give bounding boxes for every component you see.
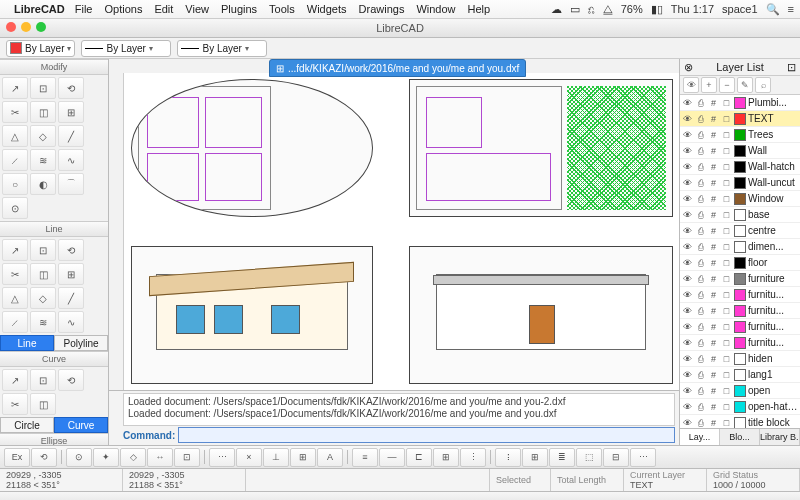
- print-icon[interactable]: ⎙: [695, 193, 706, 204]
- eye-icon[interactable]: 👁: [682, 257, 693, 268]
- eye-icon[interactable]: 👁: [682, 209, 693, 220]
- hash-icon[interactable]: #: [708, 353, 719, 364]
- tab-curve[interactable]: Curve: [54, 417, 108, 433]
- menu-widgets[interactable]: Widgets: [307, 3, 347, 15]
- layer-edit-icon[interactable]: ✎: [737, 77, 753, 93]
- print-icon[interactable]: ⎙: [695, 97, 706, 108]
- layer-row[interactable]: 👁⎙#□furnitu...: [680, 287, 800, 303]
- print-icon[interactable]: ⎙: [695, 289, 706, 300]
- print-icon[interactable]: ⎙: [695, 305, 706, 316]
- lock-icon[interactable]: □: [721, 145, 732, 156]
- print-icon[interactable]: ⎙: [695, 321, 706, 332]
- print-icon[interactable]: ⎙: [695, 241, 706, 252]
- hash-icon[interactable]: #: [708, 305, 719, 316]
- tool-button[interactable]: ╱: [58, 287, 84, 309]
- tab-blocks[interactable]: Blo...: [720, 429, 760, 445]
- tab-polyline[interactable]: Polyline: [54, 335, 108, 351]
- tool-button[interactable]: ╱: [58, 125, 84, 147]
- hash-icon[interactable]: #: [708, 257, 719, 268]
- snap-button[interactable]: ◇: [120, 448, 146, 467]
- layer-row[interactable]: 👁⎙#□centre: [680, 223, 800, 239]
- tool-button[interactable]: ≋: [30, 311, 56, 333]
- lock-icon[interactable]: □: [721, 257, 732, 268]
- tool-button[interactable]: △: [2, 125, 28, 147]
- eye-icon[interactable]: 👁: [682, 225, 693, 236]
- tool-button[interactable]: ⟲: [58, 369, 84, 391]
- layer-row[interactable]: 👁⎙#□Trees: [680, 127, 800, 143]
- panel-float-icon[interactable]: ⊡: [787, 61, 796, 74]
- hash-icon[interactable]: #: [708, 273, 719, 284]
- lock-icon[interactable]: □: [721, 161, 732, 172]
- layer-row[interactable]: 👁⎙#□Wall: [680, 143, 800, 159]
- tool-button[interactable]: ✂: [2, 101, 28, 123]
- lock-icon[interactable]: □: [721, 321, 732, 332]
- hash-icon[interactable]: #: [708, 289, 719, 300]
- tool-button[interactable]: ◫: [30, 393, 56, 415]
- tool-button[interactable]: ⊙: [2, 197, 28, 219]
- hash-icon[interactable]: #: [708, 161, 719, 172]
- lock-icon[interactable]: □: [721, 273, 732, 284]
- snap-button[interactable]: ⊙: [66, 448, 92, 467]
- lock-icon[interactable]: □: [721, 97, 732, 108]
- menu-drawings[interactable]: Drawings: [359, 3, 405, 15]
- menu-tools[interactable]: Tools: [269, 3, 295, 15]
- tool-button[interactable]: ✂: [2, 263, 28, 285]
- hash-icon[interactable]: #: [708, 337, 719, 348]
- hash-icon[interactable]: #: [708, 241, 719, 252]
- print-icon[interactable]: ⎙: [695, 385, 706, 396]
- zoom-button[interactable]: [36, 22, 46, 32]
- lock-icon[interactable]: □: [721, 177, 732, 188]
- eye-icon[interactable]: 👁: [682, 369, 693, 380]
- layer-remove-icon[interactable]: −: [719, 77, 735, 93]
- tool-button[interactable]: ⌒: [58, 173, 84, 195]
- eye-icon[interactable]: 👁: [682, 321, 693, 332]
- eye-icon[interactable]: 👁: [682, 193, 693, 204]
- snap-button[interactable]: ⊞: [290, 448, 316, 467]
- layer-row[interactable]: 👁⎙#□lang1: [680, 367, 800, 383]
- print-icon[interactable]: ⎙: [695, 337, 706, 348]
- color-selector[interactable]: By Layer▾: [6, 40, 75, 57]
- menu-view[interactable]: View: [185, 3, 209, 15]
- print-icon[interactable]: ⎙: [695, 225, 706, 236]
- snap-button[interactable]: ✦: [93, 448, 119, 467]
- eye-icon[interactable]: 👁: [682, 417, 693, 428]
- tool-button[interactable]: △: [2, 287, 28, 309]
- layer-row[interactable]: 👁⎙#□furnitu...: [680, 303, 800, 319]
- tool-button[interactable]: ∿: [58, 311, 84, 333]
- layer-row[interactable]: 👁⎙#□furnitu...: [680, 319, 800, 335]
- layer-row[interactable]: 👁⎙#□TEXT: [680, 111, 800, 127]
- tool-button[interactable]: ⊞: [58, 101, 84, 123]
- layer-row[interactable]: 👁⎙#□floor: [680, 255, 800, 271]
- tool-button[interactable]: ◐: [30, 173, 56, 195]
- lock-icon[interactable]: □: [721, 417, 732, 428]
- tool-button[interactable]: ◫: [30, 101, 56, 123]
- print-icon[interactable]: ⎙: [695, 257, 706, 268]
- layer-row[interactable]: 👁⎙#□Plumbi...: [680, 95, 800, 111]
- hash-icon[interactable]: #: [708, 113, 719, 124]
- document-tab[interactable]: ⊞ ...fdk/KIKAZI/work/2016/me and you/me …: [269, 59, 526, 77]
- layer-row[interactable]: 👁⎙#□furnitu...: [680, 335, 800, 351]
- panel-close-icon[interactable]: ⊗: [684, 61, 693, 74]
- eye-icon[interactable]: 👁: [682, 145, 693, 156]
- lock-icon[interactable]: □: [721, 241, 732, 252]
- layer-filter-icon[interactable]: ⌕: [755, 77, 771, 93]
- app-name[interactable]: LibreCAD: [14, 3, 65, 15]
- tool-button[interactable]: ◫: [30, 263, 56, 285]
- eye-icon[interactable]: 👁: [682, 161, 693, 172]
- lock-icon[interactable]: □: [721, 193, 732, 204]
- lock-icon[interactable]: □: [721, 369, 732, 380]
- tool-button[interactable]: ∿: [58, 149, 84, 171]
- hash-icon[interactable]: #: [708, 145, 719, 156]
- snap-button[interactable]: ↔: [147, 448, 173, 467]
- tool-button[interactable]: ≋: [30, 149, 56, 171]
- lock-icon[interactable]: □: [721, 129, 732, 140]
- eye-icon[interactable]: 👁: [682, 401, 693, 412]
- snap-button[interactable]: ⊥: [263, 448, 289, 467]
- snap-button[interactable]: ⋮: [460, 448, 486, 467]
- snap-button[interactable]: ×: [236, 448, 262, 467]
- hash-icon[interactable]: #: [708, 193, 719, 204]
- layer-row[interactable]: 👁⎙#□Wall-uncut: [680, 175, 800, 191]
- print-icon[interactable]: ⎙: [695, 129, 706, 140]
- print-icon[interactable]: ⎙: [695, 417, 706, 428]
- hash-icon[interactable]: #: [708, 177, 719, 188]
